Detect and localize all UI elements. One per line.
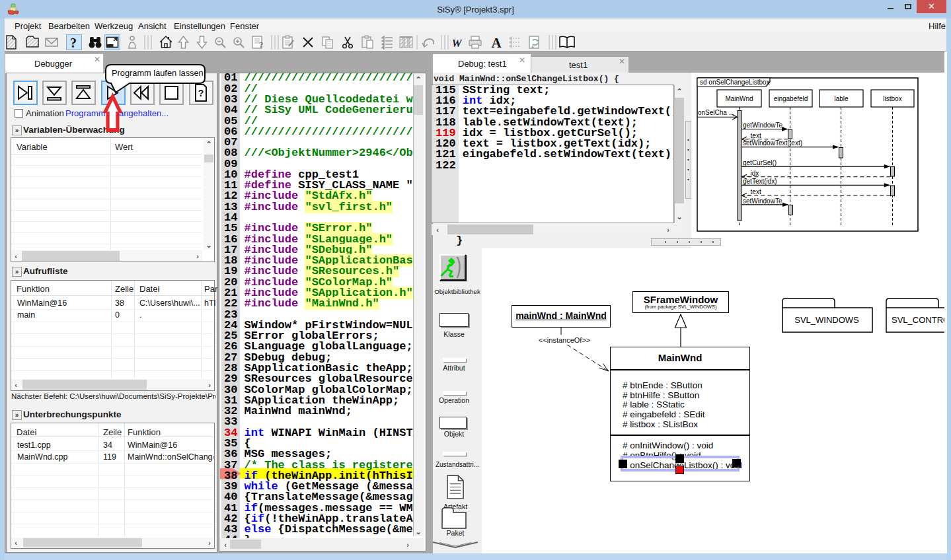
svg-text:?: ? bbox=[259, 40, 264, 50]
svg-text:?: ? bbox=[70, 36, 77, 50]
svg-text:_idx: _idx bbox=[746, 170, 759, 177]
svg-text:_text: _text bbox=[746, 188, 761, 195]
svg-text:eingabefeld: eingabefeld bbox=[774, 95, 808, 102]
svg-text:W: W bbox=[451, 37, 463, 50]
svg-text:getWindowTe.: getWindowTe. bbox=[743, 122, 784, 129]
svg-text:MainWnd: MainWnd bbox=[725, 95, 753, 102]
svg-text:setWindowTe.: setWindowTe. bbox=[743, 197, 784, 205]
svg-text:SVL_CONTROLS: SVL_CONTROLS bbox=[892, 315, 946, 325]
svg-text:getText(idx): getText(idx) bbox=[743, 178, 777, 185]
svg-text:onSelCha ...: onSelCha ... bbox=[698, 109, 734, 116]
svg-text:sd onSelChangeListbox: sd onSelChangeListbox bbox=[700, 79, 770, 86]
svg-text:getCurSel(): getCurSel() bbox=[743, 159, 777, 166]
svg-text:A: A bbox=[491, 35, 502, 51]
svg-text:SVL_WINDOWS: SVL_WINDOWS bbox=[794, 315, 859, 325]
svg-text:listbox: listbox bbox=[883, 95, 901, 102]
svg-text:lable: lable bbox=[834, 95, 849, 102]
svg-text:setWindowText(text): setWindowText(text) bbox=[743, 139, 802, 147]
svg-text:_text: _text bbox=[746, 132, 761, 139]
